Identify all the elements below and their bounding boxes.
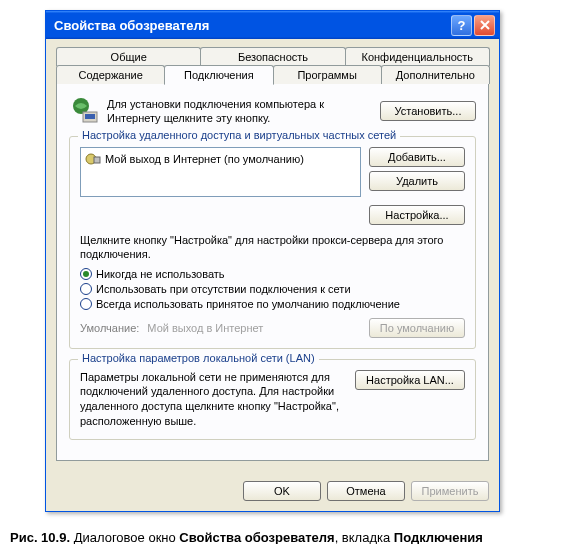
cancel-button[interactable]: Отмена — [327, 481, 405, 501]
dialog-content: Общие Безопасность Конфиденциальность Со… — [46, 39, 499, 471]
window-title: Свойства обозревателя — [54, 18, 449, 33]
tab-general[interactable]: Общие — [56, 47, 201, 66]
radio-icon — [80, 298, 92, 310]
caption-mid1: Диалоговое окно — [70, 530, 179, 544]
radio-icon — [80, 283, 92, 295]
dialup-group: Настройка удаленного доступа и виртуальн… — [69, 136, 476, 349]
lan-settings-button[interactable]: Настройка LAN... — [355, 370, 465, 390]
caption-prefix: Рис. 10.9. — [10, 530, 70, 544]
tab-panel-connections: Для установки подключения компьютера к И… — [56, 83, 489, 461]
apply-button: Применить — [411, 481, 489, 501]
tab-strip: Общие Безопасность Конфиденциальность Со… — [56, 47, 489, 461]
setup-row: Для установки подключения компьютера к И… — [69, 96, 476, 126]
add-button[interactable]: Добавить... — [369, 147, 465, 167]
caption-b2: Подключения — [394, 530, 483, 544]
tab-privacy[interactable]: Конфиденциальность — [345, 47, 490, 66]
svg-rect-2 — [85, 114, 95, 119]
close-icon — [480, 20, 490, 30]
svg-rect-4 — [94, 157, 100, 163]
radio-never[interactable]: Никогда не использовать — [80, 268, 465, 280]
dialog-window: Свойства обозревателя ? Общие Безопаснос… — [45, 10, 500, 512]
radio-when-no-network[interactable]: Использовать при отсутствии подключения … — [80, 283, 465, 295]
lan-group: Настройка параметров локальной сети (LAN… — [69, 359, 476, 440]
radio-always[interactable]: Всегда использовать принятое по умолчани… — [80, 298, 465, 310]
tab-programs[interactable]: Программы — [273, 65, 382, 84]
dialog-footer: OK Отмена Применить — [46, 471, 499, 511]
figure-caption: Рис. 10.9. Диалоговое окно Свойства обоз… — [10, 530, 572, 544]
list-item-label: Мой выход в Интернет (по умолчанию) — [105, 153, 304, 165]
caption-mid2: , вкладка — [335, 530, 394, 544]
default-label: Умолчание: — [80, 322, 139, 334]
connection-icon — [85, 151, 101, 167]
radio-icon — [80, 268, 92, 280]
default-row: Умолчание: Мой выход в Интернет По умолч… — [80, 318, 465, 338]
remove-button[interactable]: Удалить — [369, 171, 465, 191]
settings-button[interactable]: Настройка... — [369, 205, 465, 225]
tab-connections[interactable]: Подключения — [164, 65, 273, 85]
default-value: Мой выход в Интернет — [147, 322, 361, 334]
set-default-button: По умолчанию — [369, 318, 465, 338]
tab-security[interactable]: Безопасность — [200, 47, 345, 66]
list-item[interactable]: Мой выход в Интернет (по умолчанию) — [83, 150, 358, 168]
radio-label: Всегда использовать принятое по умолчани… — [96, 298, 400, 310]
radio-label: Использовать при отсутствии подключения … — [96, 283, 351, 295]
globe-wizard-icon — [69, 96, 99, 126]
titlebar[interactable]: Свойства обозревателя ? — [46, 11, 499, 39]
proxy-hint: Щелкните кнопку "Настройка" для настройк… — [80, 233, 465, 262]
ok-button[interactable]: OK — [243, 481, 321, 501]
lan-group-title: Настройка параметров локальной сети (LAN… — [78, 352, 319, 364]
radio-label: Никогда не использовать — [96, 268, 225, 280]
lan-text: Параметры локальной сети не применяются … — [80, 370, 347, 429]
setup-button[interactable]: Установить... — [380, 101, 476, 121]
tab-advanced[interactable]: Дополнительно — [381, 65, 490, 84]
help-button[interactable]: ? — [451, 15, 472, 36]
connections-listbox[interactable]: Мой выход в Интернет (по умолчанию) — [80, 147, 361, 197]
setup-text: Для установки подключения компьютера к И… — [107, 97, 372, 126]
close-button[interactable] — [474, 15, 495, 36]
dialup-group-title: Настройка удаленного доступа и виртуальн… — [78, 129, 400, 141]
caption-b1: Свойства обозревателя — [179, 530, 334, 544]
tab-content[interactable]: Содержание — [56, 65, 165, 84]
